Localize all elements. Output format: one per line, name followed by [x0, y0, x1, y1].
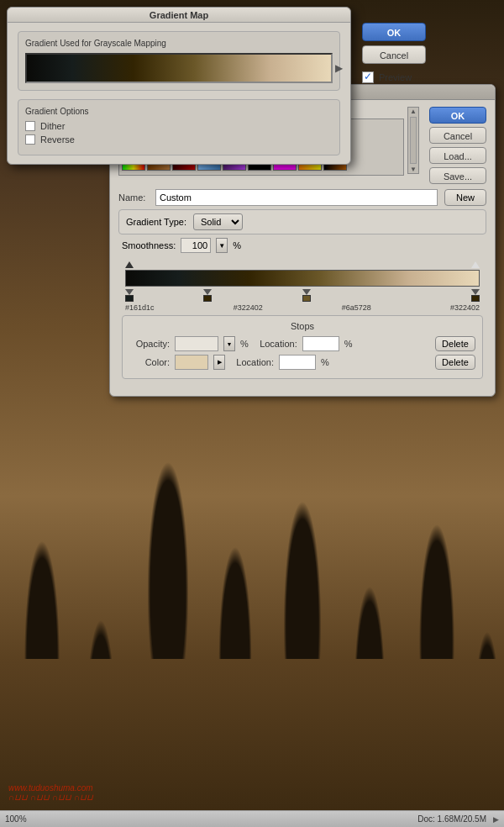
name-input[interactable] [155, 189, 438, 206]
opacity-delete-button[interactable]: Delete [435, 336, 475, 351]
gradient-map-right-buttons: OK Cancel Preview [362, 23, 426, 83]
preview-row: Preview [362, 71, 426, 83]
gradient-type-row: Gradient Type: Solid Noise [118, 209, 486, 234]
opacity-location-input[interactable] [302, 336, 339, 351]
stop-label-0: #161d1c [125, 303, 155, 312]
opacity-location-pct: % [344, 339, 353, 349]
opacity-location-label: Location: [254, 339, 297, 349]
smoothness-row: Smoothness: ▼ % [118, 238, 486, 253]
stop-label-3: #322402 [450, 303, 480, 312]
stop-labels: #161d1c #322402 #6a5728 #322402 [125, 303, 480, 312]
opacity-label: Opacity: [129, 339, 170, 349]
gradient-used-title: Gradient Used for Grayscale Mapping [25, 39, 333, 48]
ge-load-button[interactable]: Load... [429, 147, 486, 164]
gradient-map-dialog: Gradient Map OK Cancel Preview Gradient … [7, 7, 351, 165]
gradient-options-title: Gradient Options [25, 107, 333, 116]
gm-cancel-button[interactable]: Cancel [362, 45, 426, 64]
color-row: Color: ▶ Location: % Delete [129, 355, 475, 370]
dither-row: Dither [25, 121, 333, 131]
scroll-track[interactable] [410, 117, 417, 164]
opacity-stop-right[interactable] [471, 261, 480, 268]
preview-checkbox[interactable] [362, 71, 374, 83]
color-stop-3[interactable] [471, 289, 480, 302]
scroll-up-arrow[interactable]: ▲ [410, 108, 417, 115]
gradient-map-content: OK Cancel Preview Gradient Used for Gray… [8, 23, 350, 164]
color-stop-1[interactable] [203, 289, 212, 302]
opacity-pct: % [240, 339, 249, 349]
gradient-type-label: Gradient Type: [126, 217, 186, 227]
ge-ok-button[interactable]: OK [429, 107, 486, 124]
gradient-editor-right-buttons: OK Cancel Load... Save... [429, 107, 486, 184]
ge-cancel-button[interactable]: Cancel [429, 127, 486, 144]
gradient-options-section: Gradient Options Dither Reverse [18, 99, 340, 155]
opacity-dropdown[interactable]: ▼ [223, 336, 235, 351]
stop-label-1: #322402 [234, 303, 263, 312]
gradient-used-row: ▶ [25, 53, 333, 83]
smoothness-input[interactable] [181, 238, 211, 253]
gradient-map-preview[interactable]: ▶ [25, 53, 333, 83]
stops-title: Stops [129, 321, 475, 331]
reverse-row: Reverse [25, 134, 333, 145]
reverse-checkbox[interactable] [25, 134, 35, 145]
color-stop-0[interactable] [125, 289, 134, 302]
gradient-expand-arrow[interactable]: ▶ [335, 62, 343, 74]
presets-scrollbar[interactable]: ▲ ▼ [407, 107, 419, 174]
stops-section: Stops Opacity: ▼ % Location: % Delete Co… [122, 315, 483, 379]
name-label: Name: [118, 192, 149, 203]
gradient-map-titlebar: Gradient Map [8, 8, 350, 23]
gm-ok-button[interactable]: OK [362, 23, 426, 41]
opacity-input[interactable] [175, 336, 218, 351]
color-location-pct: % [321, 357, 329, 367]
status-bar: 100% Doc: 1.68M/20.5M ▶ [0, 810, 504, 827]
dither-checkbox[interactable] [25, 121, 35, 131]
preview-label: Preview [379, 72, 412, 82]
opacity-stop-left[interactable] [125, 261, 134, 268]
smoothness-pct: % [233, 240, 241, 250]
color-location-label: Location: [230, 357, 274, 367]
color-stop-2[interactable] [302, 289, 311, 302]
reverse-label: Reverse [40, 134, 75, 145]
dither-label: Dither [40, 121, 65, 131]
zoom-level: 100% [5, 814, 27, 824]
status-doc: Doc: 1.68M/20.5M [417, 814, 486, 824]
color-delete-button[interactable]: Delete [435, 355, 475, 370]
color-location-input[interactable] [279, 355, 316, 370]
gradient-map-title: Gradient Map [150, 10, 208, 20]
opacity-row: Opacity: ▼ % Location: % Delete [129, 336, 475, 351]
smoothness-dropdown[interactable]: ▼ [216, 238, 228, 253]
name-row: Name: New [118, 189, 486, 206]
watermark: www.tuduoshuma.com ∩⊔⊔ ∩⊔⊔ ∩⊔⊔ ∩⊔⊔ [8, 783, 93, 802]
stop-label-2: #6a5728 [342, 303, 371, 312]
color-label: Color: [129, 357, 170, 367]
color-dropdown[interactable]: ▶ [213, 355, 225, 370]
gradient-used-section: Gradient Used for Grayscale Mapping ▶ [18, 31, 340, 91]
gradient-type-select[interactable]: Solid Noise [193, 213, 243, 230]
new-button[interactable]: New [444, 189, 486, 206]
gradient-bar-area [125, 258, 480, 302]
ge-save-button[interactable]: Save... [429, 167, 486, 184]
color-swatch[interactable] [175, 355, 208, 370]
smoothness-label: Smoothness: [122, 240, 176, 250]
gradient-color-bar[interactable] [125, 270, 480, 287]
scroll-down-arrow[interactable]: ▼ [410, 166, 417, 173]
status-arrow[interactable]: ▶ [493, 815, 499, 824]
